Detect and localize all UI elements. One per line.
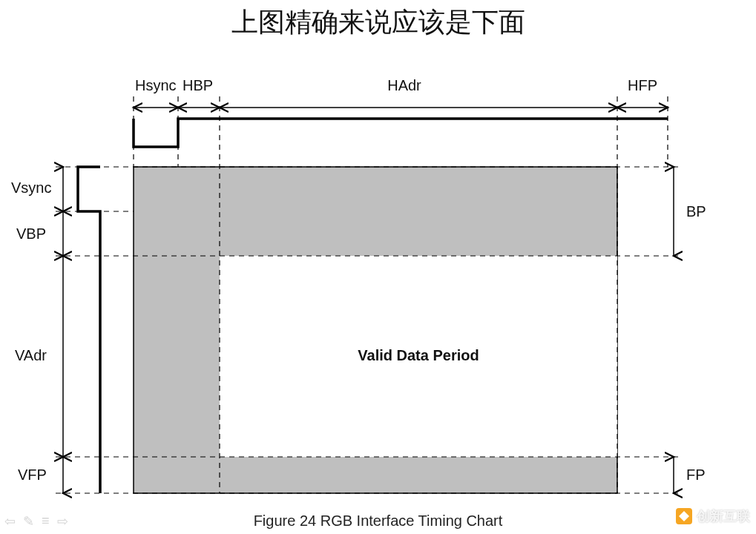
menu-icon[interactable]: ≡ xyxy=(42,513,50,530)
page-title: 上图精确来说应该是下面 xyxy=(0,0,756,41)
label-hsync: Hsync xyxy=(135,77,177,93)
watermark-text: 创新互联 xyxy=(697,507,750,525)
watermark: 创新互联 xyxy=(676,507,750,525)
label-hfp: HFP xyxy=(628,77,657,93)
prev-icon[interactable]: ⇦ xyxy=(4,513,16,530)
label-vbp: VBP xyxy=(16,225,46,242)
label-fp-right: FP xyxy=(686,467,706,483)
label-vsync: Vsync xyxy=(11,179,51,196)
edit-icon[interactable]: ✎ xyxy=(23,513,34,530)
timing-diagram-canvas: Hsync HBP HAdr HFP Vsync VBP VAdr VFP BP… xyxy=(0,44,756,512)
label-hadr: HAdr xyxy=(387,77,421,93)
watermark-logo-icon xyxy=(676,508,692,524)
next-icon[interactable]: ⇨ xyxy=(57,513,68,530)
vsync-signal xyxy=(78,167,100,493)
label-vadr: VAdr xyxy=(15,347,47,363)
slide-toolbar: ⇦ ✎ ≡ ⇨ xyxy=(4,513,68,530)
label-bp-right: BP xyxy=(686,203,706,220)
label-hbp: HBP xyxy=(183,77,213,93)
label-valid-data: Valid Data Period xyxy=(358,347,479,363)
hsync-signal xyxy=(134,119,668,147)
figure-caption: Figure 24 RGB Interface Timing Chart xyxy=(0,512,756,530)
label-vfp: VFP xyxy=(18,467,47,483)
